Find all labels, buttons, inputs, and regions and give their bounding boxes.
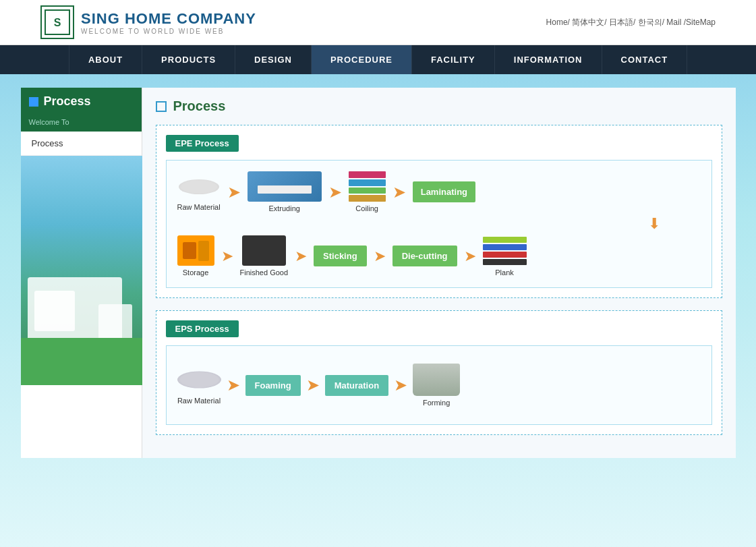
nav-facility[interactable]: FACILITY (412, 45, 495, 74)
logo-text: SING HOME COMPANY WELCOME TO WORLD WIDE … (81, 10, 256, 35)
epe-label: EPE Process (166, 135, 239, 152)
eps-raw-icon (177, 371, 221, 388)
epe-step-extruding: Extruding (248, 171, 322, 212)
epe-step-finished: Finished Good (240, 235, 289, 277)
eps-arrow-1: ➤ (227, 376, 240, 395)
arrow-1: ➤ (227, 183, 241, 202)
nav-products[interactable]: PRODUCTS (142, 45, 235, 74)
page-title-icon (156, 101, 167, 112)
logo-icon: S (40, 5, 74, 39)
epe-diagram: Raw Material ➤ Extruding ➤ (166, 160, 712, 288)
finished-icon (242, 235, 286, 266)
raw-material-label: Raw Material (177, 203, 221, 211)
eps-step-maturation: Maturation (325, 375, 388, 396)
extruding-label: Extruding (268, 204, 299, 212)
forming-label: Forming (423, 399, 450, 407)
extruder-icon (248, 171, 322, 202)
sidebar: Process Welcome To Process (21, 88, 142, 458)
nav-home[interactable]: Home/ (546, 18, 573, 27)
company-tagline: WELCOME TO WORLD WIDE WEB (81, 28, 256, 35)
nav-about[interactable]: ABOUT (69, 45, 142, 74)
sidebar-image (21, 156, 142, 385)
main-content: Process EPE Process Raw Material ➤ (142, 88, 736, 458)
sidebar-subtitle: Welcome To (21, 115, 142, 132)
svg-text:S: S (54, 17, 61, 28)
main-nav: ABOUT PRODUCTS DESIGN PROCEDURE FACILITY… (0, 45, 756, 74)
sidebar-header: Process (21, 88, 142, 115)
company-name: SING HOME COMPANY (81, 10, 256, 28)
epe-step-plank: Plank (483, 235, 527, 277)
eps-raw-label: Raw Material (177, 397, 221, 405)
maturation-box: Maturation (325, 375, 388, 396)
back-arrow-4: ➤ (464, 248, 476, 265)
epe-section: EPE Process Raw Material ➤ Extr (156, 125, 722, 298)
storage-label: Storage (183, 268, 209, 277)
eps-diagram: Raw Material ➤ Foaming ➤ Maturation ➤ (166, 345, 712, 425)
logo: S SING HOME COMPANY WELCOME TO WORLD WID… (40, 5, 256, 39)
back-arrow-2: ➤ (295, 248, 307, 265)
nav-korean[interactable]: 한국의/ (638, 18, 667, 27)
raw-material-icon (179, 179, 219, 194)
epe-step-storage: Storage (177, 235, 214, 277)
nav-chinese[interactable]: 简体中文/ (572, 18, 609, 27)
nav-contact[interactable]: CONTACT (602, 45, 688, 74)
sidebar-header-icon (29, 97, 38, 107)
arrow-2: ➤ (328, 183, 342, 202)
eps-flow: Raw Material ➤ Foaming ➤ Maturation ➤ (177, 357, 701, 413)
eps-label: EPS Process (166, 320, 239, 337)
back-arrow-1: ➤ (221, 248, 233, 265)
eps-arrow-2: ➤ (306, 376, 320, 395)
nav-japanese[interactable]: 日本語/ (609, 18, 638, 27)
epe-step-sticking: Sticking (314, 246, 367, 266)
sidebar-item-process[interactable]: Process (21, 132, 142, 156)
top-nav: Home/ 简体中文/ 日本語/ 한국의/ Mail /SiteMap (546, 17, 716, 28)
eps-section: EPS Process Raw Material ➤ Foaming ➤ (156, 310, 722, 435)
page-title-row: Process (156, 98, 722, 114)
header: S SING HOME COMPANY WELCOME TO WORLD WID… (0, 0, 756, 45)
sticking-box: Sticking (314, 246, 367, 266)
nav-information[interactable]: INFORMATION (495, 45, 602, 74)
epe-step-coiling: Coiling (349, 171, 386, 212)
down-arrow: ⬇ (177, 215, 701, 233)
coiling-label: Coiling (355, 204, 378, 212)
back-arrow-3: ➤ (374, 248, 386, 265)
epe-step-raw: Raw Material (177, 173, 221, 211)
nav-design[interactable]: DESIGN (235, 45, 312, 74)
coil-icon (349, 171, 386, 202)
epe-step-diecutting: Die-cutting (392, 246, 457, 266)
plank-label: Plank (495, 268, 514, 277)
sidebar-title: Process (44, 94, 91, 109)
foaming-box: Foaming (245, 375, 301, 396)
finished-label: Finished Good (240, 268, 289, 277)
eps-step-foaming: Foaming (245, 375, 301, 396)
epe-step-laminating: Laminating (413, 181, 475, 202)
arrow-3: ➤ (392, 183, 406, 202)
nav-mail[interactable]: Mail (666, 18, 683, 27)
laminating-box: Laminating (413, 181, 475, 202)
storage-icon (177, 235, 214, 266)
eps-step-forming: Forming (413, 364, 460, 407)
page-title: Process (173, 98, 226, 114)
plank-icon (483, 235, 527, 266)
eps-step-raw: Raw Material (177, 366, 221, 405)
forming-icon (413, 364, 460, 396)
diecutting-box: Die-cutting (392, 246, 457, 266)
nav-procedure[interactable]: PROCEDURE (312, 45, 412, 74)
eps-arrow-3: ➤ (394, 376, 407, 395)
nav-sitemap[interactable]: /SiteMap (684, 18, 716, 27)
page-container: Process Welcome To Process Process EPE P… (21, 88, 736, 458)
